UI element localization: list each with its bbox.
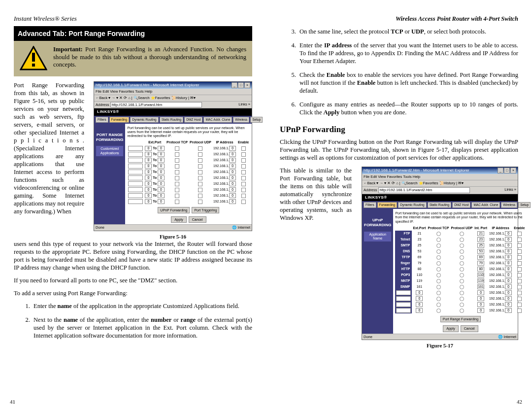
enable-checkbox[interactable] [517,285,522,289]
int-port-input[interactable]: 0 [477,308,484,313]
ext-port-to[interactable]: 0 [158,146,165,151]
tcp-radio[interactable] [436,285,441,289]
ext-port-from[interactable]: 0 [145,146,152,151]
app-name-input[interactable] [396,302,411,307]
ip-suffix-input[interactable]: 0 [229,187,236,192]
ie-toolbar[interactable]: ←Back ▾ → ▾ ✕ ⟳ ⌂ | 🔍Search ⭐Favorites 📜… [362,180,518,187]
router-tab[interactable]: Forwarding [109,117,130,123]
router-tab[interactable]: MAC Addr. Clone [471,202,500,208]
ip-suffix-input[interactable]: 0 [505,237,512,242]
ip-suffix-input[interactable]: 0 [505,249,512,254]
enable-checkbox[interactable] [517,291,522,295]
apply-button[interactable]: Apply [171,216,187,223]
enable-checkbox[interactable] [517,273,522,277]
ie-toolbar[interactable]: ←Back ▾ → ▾ ✕ ⟳ ⌂ | 🔍Search ⭐Favorites 📜… [94,95,252,102]
tcp-checkbox[interactable] [175,152,179,157]
udp-checkbox[interactable] [198,188,202,192]
ip-suffix-input[interactable]: 0 [505,255,512,260]
enable-checkbox[interactable] [517,297,522,301]
app-name-input[interactable] [128,164,143,169]
int-port-input[interactable]: 119 [477,278,484,283]
int-port-input[interactable]: 0 [477,290,484,295]
udp-radio[interactable] [460,303,464,307]
app-name-input[interactable] [396,308,411,313]
address-input[interactable]: http://192.168.1.1/Forward.htm [110,102,202,108]
minimize-icon[interactable]: _ [498,168,503,173]
udp-radio[interactable] [460,279,464,283]
ext-port-to[interactable]: 0 [158,181,165,186]
enable-checkbox[interactable] [517,255,522,260]
tcp-radio[interactable] [436,261,441,266]
int-port-input[interactable]: 110 [477,273,484,277]
tcp-checkbox[interactable] [175,146,179,151]
enable-checkbox[interactable] [241,146,246,151]
router-tab[interactable]: DMZ Host [452,202,470,208]
udp-checkbox[interactable] [198,176,202,180]
udp-radio[interactable] [460,243,464,248]
ip-suffix-input[interactable]: 0 [505,231,512,236]
int-port-input[interactable]: 79 [477,261,484,266]
sublink-button[interactable]: Port Triggering [192,207,219,213]
tcp-radio[interactable] [436,291,441,295]
cancel-button[interactable]: Cancel [461,325,478,332]
app-name-input[interactable] [128,175,143,180]
enable-checkbox[interactable] [241,200,246,204]
udp-radio[interactable] [460,238,464,242]
udp-checkbox[interactable] [198,152,202,157]
router-tab[interactable]: Filters [364,202,376,208]
ext-port-input[interactable]: 0 [416,302,423,307]
tcp-radio[interactable] [436,238,441,242]
ext-port-from[interactable]: 0 [145,181,152,186]
int-port-input[interactable]: 80 [477,267,484,272]
enable-checkbox[interactable] [517,261,522,266]
ip-suffix-input[interactable]: 0 [229,158,236,163]
int-port-input[interactable]: 69 [477,255,484,260]
tcp-radio[interactable] [436,279,441,283]
udp-radio[interactable] [460,232,464,236]
int-port-input[interactable]: 25 [477,243,484,248]
app-name-input[interactable] [128,146,143,151]
ip-suffix-input[interactable]: 0 [505,267,512,272]
ip-suffix-input[interactable]: 0 [505,302,512,307]
udp-checkbox[interactable] [198,200,202,204]
ext-port-from[interactable]: 0 [145,175,152,180]
sublink-button[interactable]: Port Range Forwarding [440,316,481,322]
address-input[interactable]: http://192.168.1.1/Forward2.htm [378,187,470,193]
udp-radio[interactable] [460,261,464,266]
router-tab[interactable]: Wireless [501,202,517,208]
app-name-input[interactable] [396,296,411,301]
tcp-radio[interactable] [436,232,441,236]
enable-checkbox[interactable] [241,152,246,157]
close-icon[interactable]: × [510,168,516,173]
ip-suffix-input[interactable]: 0 [505,308,512,313]
udp-checkbox[interactable] [198,158,202,163]
udp-checkbox[interactable] [198,194,202,198]
udp-checkbox[interactable] [198,146,202,151]
enable-checkbox[interactable] [517,238,522,242]
udp-radio[interactable] [460,308,464,313]
tcp-checkbox[interactable] [175,176,179,180]
ext-port-to[interactable]: 0 [158,158,165,163]
ext-port-to[interactable]: 0 [158,175,165,180]
enable-checkbox[interactable] [517,243,522,248]
int-port-input[interactable]: 0 [477,302,484,307]
tcp-checkbox[interactable] [175,182,179,186]
tcp-radio[interactable] [436,255,441,260]
udp-checkbox[interactable] [198,164,202,169]
enable-checkbox[interactable] [517,308,522,313]
app-name-input[interactable] [128,158,143,163]
ext-port-to[interactable]: 0 [158,187,165,192]
router-tab[interactable]: Static Routing [160,117,183,123]
enable-checkbox[interactable] [241,194,246,198]
ext-port-to[interactable]: 0 [158,170,165,174]
udp-radio[interactable] [460,273,464,277]
ip-suffix-input[interactable]: 0 [505,278,512,283]
tcp-checkbox[interactable] [175,158,179,163]
router-tab[interactable]: MAC Addr. Clone [203,117,232,123]
maximize-icon[interactable]: □ [504,168,510,173]
app-name-input[interactable] [128,187,143,192]
ip-suffix-input[interactable]: 0 [505,290,512,295]
enable-checkbox[interactable] [241,158,246,163]
enable-checkbox[interactable] [517,303,522,307]
apply-button[interactable]: Apply [443,325,459,332]
